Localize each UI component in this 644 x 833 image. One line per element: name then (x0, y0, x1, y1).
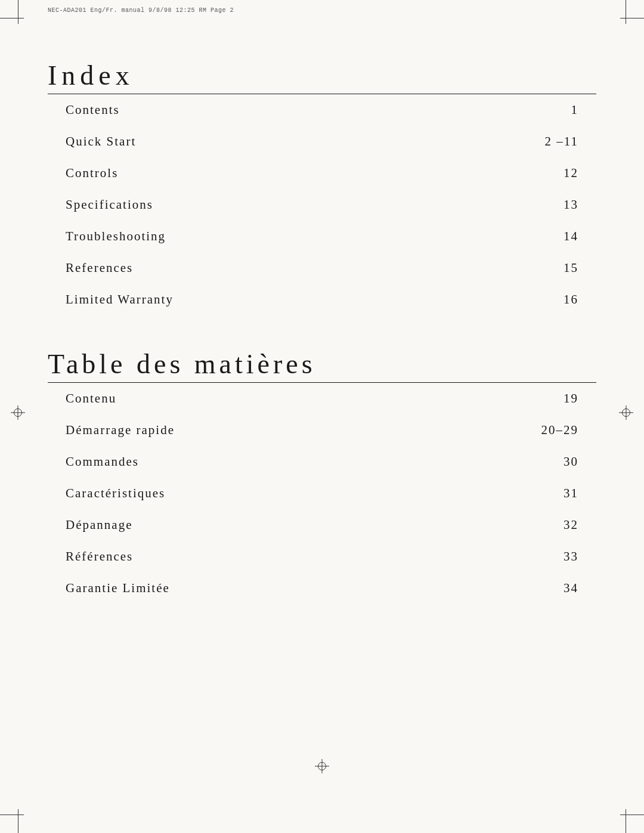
toc-item-label: Démarrage rapide (48, 414, 404, 446)
table-row: References 15 (48, 252, 596, 284)
crop-mark-bl-h (0, 815, 24, 815)
index-item-page: 13 (404, 189, 596, 221)
toc-item-label: Contenu (48, 383, 404, 414)
toc-item-label: Références (48, 541, 404, 572)
table-row: Garantie Limitée 34 (48, 572, 596, 604)
table-row: Contents 1 (48, 94, 596, 126)
crop-mark-tl-h (0, 18, 24, 18)
toc-item-page: 32 (404, 509, 596, 541)
table-row: Commandes 30 (48, 446, 596, 478)
index-item-page: 15 (404, 252, 596, 284)
index-item-label: Controls (48, 157, 404, 189)
index-item-label: Quick Start (48, 126, 404, 157)
crop-mark-bl-v (18, 809, 18, 833)
toc-section: Table des matières Contenu 19 Démarrage … (48, 348, 596, 604)
index-title: Index (48, 60, 596, 91)
table-row: Dépannage 32 (48, 509, 596, 541)
index-section: Index Contents 1 Quick Start 2 –11 Contr… (48, 60, 596, 315)
toc-item-page: 20–29 (404, 414, 596, 446)
table-row: Caractéristiques 31 (48, 478, 596, 509)
page-header: NEC-ADA201 Eng/Fr. manual 9/8/98 12:25 R… (48, 7, 234, 14)
toc-item-page: 19 (404, 383, 596, 414)
toc-title: Table des matières (48, 348, 596, 380)
main-content: Index Contents 1 Quick Start 2 –11 Contr… (48, 60, 596, 604)
registration-mark-bottom (315, 759, 329, 773)
index-item-label: References (48, 252, 404, 284)
toc-item-page: 30 (404, 446, 596, 478)
toc-item-page: 31 (404, 478, 596, 509)
table-row: Specifications 13 (48, 189, 596, 221)
index-item-page: 1 (404, 94, 596, 126)
index-item-label: Limited Warranty (48, 284, 404, 315)
crop-mark-tr-v (626, 0, 626, 24)
crop-mark-tl-v (18, 0, 18, 24)
index-item-label: Troubleshooting (48, 221, 404, 252)
index-item-page: 16 (404, 284, 596, 315)
index-item-label: Specifications (48, 189, 404, 221)
index-item-label: Contents (48, 94, 404, 126)
toc-item-label: Commandes (48, 446, 404, 478)
table-row: Troubleshooting 14 (48, 221, 596, 252)
index-table: Contents 1 Quick Start 2 –11 Controls 12… (48, 94, 596, 315)
table-row: Controls 12 (48, 157, 596, 189)
toc-item-page: 34 (404, 572, 596, 604)
index-item-page: 12 (404, 157, 596, 189)
table-row: Contenu 19 (48, 383, 596, 414)
crop-mark-br-v (626, 809, 626, 833)
toc-table: Contenu 19 Démarrage rapide 20–29 Comman… (48, 383, 596, 604)
registration-mark-right (619, 405, 633, 420)
table-row: Références 33 (48, 541, 596, 572)
table-row: Démarrage rapide 20–29 (48, 414, 596, 446)
crop-mark-br-h (620, 815, 644, 815)
toc-item-page: 33 (404, 541, 596, 572)
page: NEC-ADA201 Eng/Fr. manual 9/8/98 12:25 R… (0, 0, 644, 833)
table-row: Quick Start 2 –11 (48, 126, 596, 157)
toc-item-label: Dépannage (48, 509, 404, 541)
registration-mark-left (11, 405, 25, 420)
toc-item-label: Caractéristiques (48, 478, 404, 509)
crop-mark-tr-h (620, 18, 644, 18)
index-item-page: 14 (404, 221, 596, 252)
toc-item-label: Garantie Limitée (48, 572, 404, 604)
index-item-page: 2 –11 (404, 126, 596, 157)
table-row: Limited Warranty 16 (48, 284, 596, 315)
